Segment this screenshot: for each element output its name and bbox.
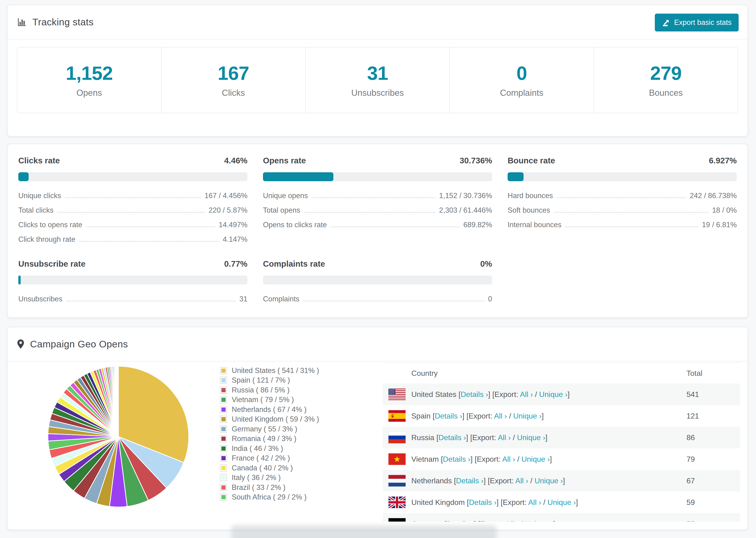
column-header-total: Total [686, 369, 740, 378]
es-flag-icon [388, 410, 406, 422]
stat-value: 1,152 [66, 62, 113, 84]
total-value: 79 [686, 455, 740, 463]
export-all-link[interactable]: All › [498, 433, 511, 442]
export-unique-link[interactable]: Unique › [521, 455, 550, 463]
legend-item[interactable]: India ( 46 / 3% ) [220, 444, 319, 454]
legend-item[interactable]: France ( 42 / 2% ) [220, 454, 319, 463]
country-cell: Spain [Details ›] [Export: All › / Uniqu… [406, 412, 686, 420]
rate-title: Clicks rate [18, 156, 60, 165]
export-unique-link[interactable]: Unique › [548, 498, 576, 507]
legend-label: India ( 46 / 3% ) [232, 444, 283, 453]
country-name: Spain [411, 412, 433, 420]
legend-item[interactable]: South Africa ( 29 / 2% ) [220, 493, 319, 502]
metric-label: Total opens [263, 206, 300, 215]
metric-label: Total clicks [18, 206, 54, 215]
legend-item[interactable]: Vietnam ( 79 / 5% ) [220, 395, 319, 405]
details-link[interactable]: Details › [435, 412, 462, 420]
stat-cell: 0Complaints [449, 47, 594, 113]
table-body: United States [Details ›] [Export: All ›… [383, 384, 740, 521]
details-link[interactable]: Details › [460, 390, 488, 399]
export-all-link[interactable]: All › [494, 412, 507, 420]
legend-item[interactable]: United Kingdom ( 59 / 3% ) [220, 414, 319, 424]
metric-label: Complaints [263, 295, 299, 303]
export-all-link[interactable]: All › [506, 520, 519, 522]
tracking-card-header: Tracking stats Export basic stats [8, 5, 747, 39]
progress-fill [18, 276, 21, 285]
background-overlay [231, 525, 497, 538]
total-value: 86 [686, 433, 740, 442]
stat-cell: 167Clicks [161, 47, 305, 113]
export-unique-link[interactable]: Unique › [525, 520, 553, 522]
metric-value: 2,303 / 61.446% [439, 206, 492, 215]
details-link[interactable]: Details › [446, 520, 474, 522]
legend-item[interactable]: United States ( 541 / 31% ) [220, 366, 319, 376]
export-unique-link[interactable]: Unique › [539, 390, 567, 399]
legend-label: United States ( 541 / 31% ) [232, 366, 319, 375]
metric-row: Complaints0 [263, 295, 492, 303]
stat-label: Unsubscribes [351, 88, 404, 98]
metric-leader [86, 227, 215, 227]
legend-item[interactable]: Netherlands ( 67 / 4% ) [220, 405, 319, 414]
legend-item[interactable]: Italy ( 36 / 2% ) [220, 473, 319, 483]
details-link[interactable]: Details › [456, 476, 483, 485]
legend-item[interactable]: Canada ( 40 / 2% ) [220, 463, 319, 473]
progress-fill [18, 172, 28, 181]
metric-value: 0 [488, 295, 492, 303]
metric-row: Click through rate4.147% [18, 235, 247, 243]
export-all-link[interactable]: All › [515, 476, 528, 485]
export-unique-link[interactable]: Unique › [517, 433, 545, 442]
stat-value: 279 [650, 62, 681, 84]
export-all-link[interactable]: All › [520, 390, 533, 399]
progress-fill [508, 172, 523, 181]
legend-item[interactable]: Russia ( 86 / 5% ) [220, 385, 319, 395]
stat-label: Bounces [649, 88, 683, 98]
metric-row: Clicks to opens rate14.497% [18, 221, 247, 229]
metric-leader [311, 197, 435, 198]
total-value: 541 [686, 390, 740, 399]
progress-bar [263, 172, 492, 181]
metric-value: 220 / 5.87% [209, 206, 247, 215]
legend-item[interactable]: Germany ( 55 / 3% ) [220, 424, 319, 434]
page-title: Tracking stats [32, 17, 94, 28]
metric-leader [79, 241, 219, 242]
progress-fill [263, 172, 333, 181]
table-row: Spain [Details ›] [Export: All › / Uniqu… [383, 405, 740, 427]
metric-value: 689.82% [463, 221, 492, 229]
export-all-link[interactable]: All › [528, 498, 541, 507]
legend-item[interactable]: Spain ( 121 / 7% ) [220, 376, 319, 385]
progress-bar [18, 172, 247, 181]
export-unique-link[interactable]: Unique › [513, 412, 542, 420]
legend-label: Canada ( 40 / 2% ) [232, 464, 293, 472]
metric-row: Unsubscribes31 [18, 295, 247, 303]
legend-item[interactable]: Romania ( 49 / 3% ) [220, 434, 319, 444]
export-all-link[interactable]: All › [502, 455, 515, 463]
legend-item[interactable]: Brazil ( 33 / 2% ) [220, 483, 319, 493]
legend-swatch [220, 426, 227, 433]
legend-swatch [220, 474, 227, 481]
export-unique-link[interactable]: Unique › [535, 476, 563, 485]
details-link[interactable]: Details › [439, 433, 466, 442]
export-basic-stats-button[interactable]: Export basic stats [655, 14, 739, 31]
rates-card: Clicks rate4.46%Unique clicks167 / 4.456… [7, 144, 748, 318]
legend-swatch [220, 484, 227, 491]
svg-text:★: ★ [394, 455, 401, 464]
bar-chart-icon [17, 17, 27, 27]
table-row: United States [Details ›] [Export: All ›… [383, 384, 740, 405]
legend-swatch [220, 435, 227, 442]
rate-value: 0% [480, 259, 492, 269]
rates-grid: Clicks rate4.46%Unique clicks167 / 4.456… [8, 144, 747, 315]
country-name: Vietnam [411, 455, 441, 463]
legend-swatch [220, 406, 227, 413]
geo-opens-pie-chart[interactable] [45, 364, 191, 510]
details-link[interactable]: Details › [443, 455, 470, 463]
stats-row: 1,152Opens167Clicks31Unsubscribes0Compla… [17, 47, 738, 113]
tracking-stats-card: Tracking stats Export basic stats 1,152O… [7, 5, 748, 136]
details-link[interactable]: Details › [469, 498, 496, 507]
metric-row: Unique clicks167 / 4.456% [18, 191, 247, 200]
metric-leader [331, 227, 459, 227]
progress-bar [18, 276, 247, 285]
metric-row: Total clicks220 / 5.87% [18, 206, 247, 215]
metric-value: 18 / 0% [712, 206, 737, 215]
rate-value: 6.927% [709, 156, 737, 165]
rate-block: Clicks rate4.46%Unique clicks167 / 4.456… [18, 156, 247, 243]
